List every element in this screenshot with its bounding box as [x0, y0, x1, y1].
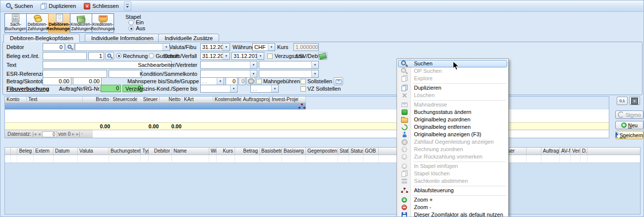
module-debitoren-rechnungen-button[interactable]: Debitoren- Rechnungen: [48, 13, 70, 33]
menu-item-explore[interactable]: Explore: [398, 75, 508, 82]
storno-button[interactable]: Storno: [615, 110, 644, 119]
dropdown-icon[interactable]: ▼: [250, 70, 257, 77]
detail-col-netto[interactable]: Netto: [160, 97, 182, 103]
dropdown-icon[interactable]: ▼: [230, 85, 237, 92]
main-col-datum[interactable]: Datum: [54, 148, 78, 155]
detail-col-extra[interactable]: [298, 97, 306, 103]
menu-item-loeschen[interactable]: Löschen: [398, 92, 508, 99]
verzugszins-checkbox[interactable]: [267, 54, 273, 59]
menu-item-in-stapel-einfuegen[interactable]: In Stapel einfügen: [398, 163, 508, 170]
nav-last-icon[interactable]: ▶: [76, 132, 80, 137]
sammelkonto-combo[interactable]: ▼: [259, 70, 319, 78]
detail-col-auftragsprojekt[interactable]: Auftragsproj...: [241, 97, 270, 103]
detail-col-kostenstelle[interactable]: Kostenstelle: [213, 97, 241, 103]
module-sachbuchungen-button[interactable]: Sach- Buchungen: [4, 13, 27, 33]
toolbar-overflow-button[interactable]: [124, 1, 131, 11]
vzkond-combo[interactable]: ▼: [200, 85, 237, 93]
detail-col-brutto[interactable]: Brutto: [83, 97, 111, 103]
mahngebuehren-checkbox[interactable]: [256, 79, 262, 84]
fibuverbuchung-link[interactable]: Fibuverbuchung: [6, 86, 49, 92]
main-col-debitor[interactable]: Debitor: [149, 148, 172, 155]
main-col-kurs[interactable]: Kurs: [217, 148, 235, 155]
menu-item-originalbeleg-entfernen[interactable]: Originalbeleg entfernen: [398, 123, 508, 131]
menu-item-rueckzahlung-vormerken[interactable]: Zur Rückzahlung vormerken: [398, 153, 508, 161]
menu-item-mahnadresse[interactable]: Mahnadresse: [398, 101, 508, 108]
main-col-basiswrg[interactable]: Basiswrg: [282, 148, 306, 155]
menu-item-stapel-loeschen[interactable]: Stapel löschen: [398, 170, 508, 177]
main-col-d[interactable]: D..: [581, 148, 587, 155]
main-col-indicator2[interactable]: [11, 148, 17, 155]
main-col-gob[interactable]: GOB: [363, 148, 379, 155]
sollstellen-checkbox[interactable]: [300, 79, 306, 84]
menu-item-originalbeleg-zuordnen[interactable]: Originalbeleg zuordnen: [398, 116, 508, 123]
decimal-format-button[interactable]: 0,1: [617, 97, 628, 105]
beleg-extern-field[interactable]: [43, 52, 87, 60]
menu-item-rechnung-zuordnen[interactable]: Rechnung zuordnen: [398, 146, 508, 153]
verfall-date-combo[interactable]: 31.12.2019▼: [232, 52, 264, 60]
detail-grid-rows[interactable]: [5, 109, 609, 122]
main-grid-empty-row[interactable]: [5, 155, 640, 163]
toolbar-search-button[interactable]: Suchen: [3, 1, 36, 11]
dropdown-icon[interactable]: ▼: [223, 44, 230, 51]
vz-sperre-date-combo[interactable]: . .▼: [250, 85, 279, 93]
menu-item-sachkonto-abstimmen[interactable]: Sachkonto abstimmen: [398, 177, 508, 185]
main-col-indicator[interactable]: [5, 148, 11, 155]
vertreter-combo[interactable]: ▼: [259, 61, 319, 69]
main-col-status1[interactable]: Statu...: [338, 148, 349, 155]
nav-prev-icon[interactable]: ◀: [38, 132, 40, 137]
dropdown-icon[interactable]: ▼: [250, 61, 257, 68]
main-col-auftragnr[interactable]: AuftragNr: [541, 148, 560, 155]
mahnsperre-date-combo[interactable]: . .▼: [200, 77, 224, 85]
auftragnr-field[interactable]: 0: [101, 85, 121, 92]
main-col-gegenposten[interactable]: Gegenposten: [306, 148, 338, 155]
menu-item-originalbeleg-anzeigen[interactable]: Originalbeleg anzeigen (F3): [398, 131, 508, 138]
stapel-aus-radio[interactable]: [128, 26, 134, 31]
tab-individuelle-informationen[interactable]: Individuelle Informationen: [85, 34, 160, 42]
menu-item-zahllauf-gegenleistung[interactable]: Zahllauf Gegenleistung anzeigen: [398, 138, 508, 146]
module-kreditoren-rechnungen-button[interactable]: Kreditoren- Rechnungen: [92, 13, 114, 33]
grid-settings-button[interactable]: [629, 97, 640, 105]
flowchart-icon[interactable]: [298, 104, 305, 109]
datum-date-combo[interactable]: 31.12.2019▼: [200, 52, 230, 60]
mahnstufe-field[interactable]: 0: [226, 77, 237, 85]
menu-item-zoom-in[interactable]: Zoom +: [398, 196, 508, 204]
menu-item-ablaufsteuerung[interactable]: Ablaufsteuerung: [398, 187, 508, 194]
beleg-search-button[interactable]: [105, 52, 114, 60]
nav-new-icon[interactable]: *: [81, 132, 83, 137]
mahnadresse-mail-button[interactable]: [334, 77, 343, 85]
main-col-basisbetrag[interactable]: Basisbetrag: [260, 148, 282, 155]
main-col-extern[interactable]: Extern: [34, 148, 54, 155]
tab-individuelle-zusaetze[interactable]: Individuelle Zusätze: [158, 34, 219, 42]
lsv-debit-button[interactable]: [318, 52, 327, 60]
beleg-intern-field[interactable]: 1: [88, 52, 104, 60]
debitor-name-combo[interactable]: ▼: [75, 43, 170, 51]
menu-item-duplizieren[interactable]: Duplizieren: [398, 84, 508, 92]
detail-col-text[interactable]: Text: [27, 97, 83, 103]
nav-next-icon[interactable]: ▶: [72, 132, 74, 137]
stapel-ein-radio[interactable]: [128, 20, 134, 25]
main-col-avnr[interactable]: AV-Nr: [560, 148, 571, 155]
main-col-buchungstext[interactable]: Buchungstext▲: [109, 148, 141, 155]
debitor-search-button[interactable]: [65, 43, 74, 51]
vz-sollstellen-checkbox[interactable]: [300, 86, 306, 92]
detail-col-konto[interactable]: Konto: [5, 97, 27, 103]
debitor-number-field[interactable]: 0: [43, 43, 64, 51]
waehrung-combo[interactable]: CHF▼: [252, 43, 275, 51]
valuta-date-combo[interactable]: 31.12.2019▼: [200, 43, 230, 51]
main-col-valuta[interactable]: Valuta: [78, 148, 109, 155]
dropdown-icon[interactable]: ▼: [311, 61, 318, 68]
betrag-field[interactable]: 0.00: [43, 77, 71, 85]
nav-first-icon[interactable]: ◀: [33, 132, 36, 137]
menu-item-zoom-out[interactable]: Zoom -: [398, 204, 508, 211]
dropdown-icon[interactable]: ▼: [257, 53, 264, 59]
detail-col-kart[interactable]: KArt: [182, 97, 213, 103]
main-col-name[interactable]: Name: [172, 148, 209, 155]
tab-belegkopfdaten[interactable]: Debitoren-Belegkopfdaten: [3, 34, 80, 42]
main-col-status-bu[interactable]: Status Bu...: [349, 148, 363, 155]
speichern-button[interactable]: Speichern: [615, 131, 644, 139]
gutschrift-radio[interactable]: [149, 53, 154, 58]
dropdown-icon[interactable]: ▼: [268, 44, 275, 51]
esr-referenz-field[interactable]: [43, 70, 107, 78]
mahngruppe-button[interactable]: [246, 77, 255, 85]
dropdown-icon[interactable]: ▼: [271, 85, 278, 92]
